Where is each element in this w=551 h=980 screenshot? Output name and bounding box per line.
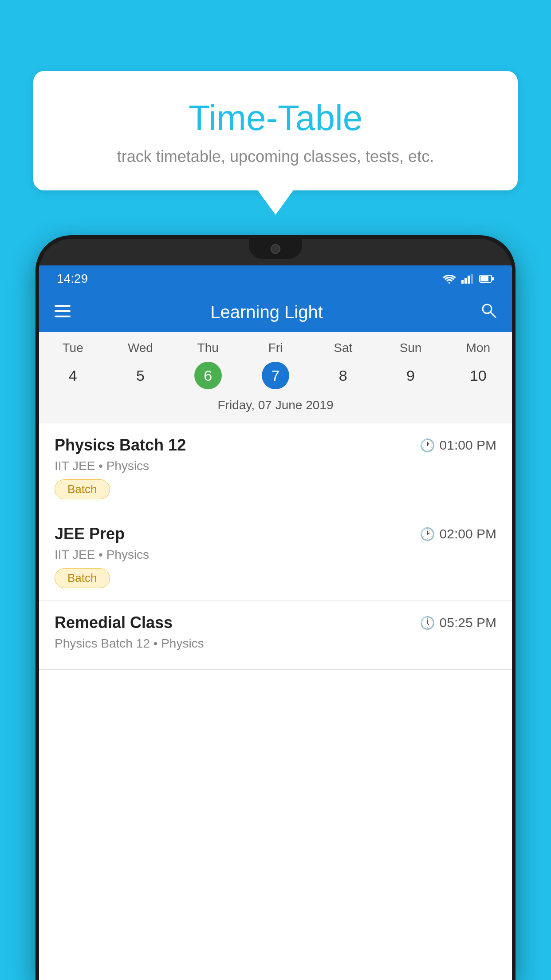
camera-icon	[271, 244, 280, 254]
schedule-container: Physics Batch 12 🕐 01:00 PM IIT JEE • Ph…	[39, 423, 512, 670]
phone-inner: 14:29	[39, 239, 512, 980]
calendar-strip: Tue Wed Thu Fri Sat Sun Mon 4 5 6	[39, 332, 512, 423]
day-header-fri: Fri	[242, 341, 309, 355]
schedule-item-2[interactable]: JEE Prep 🕑 02:00 PM IIT JEE • Physics Ba…	[39, 512, 512, 601]
day-header-sun: Sun	[377, 341, 444, 355]
day-circle-selected[interactable]: 7	[262, 362, 289, 389]
svg-rect-2	[464, 278, 467, 284]
day-number-7[interactable]: 7	[242, 362, 309, 389]
schedule-item-1-header: Physics Batch 12 🕐 01:00 PM	[55, 436, 496, 454]
schedule-title-2: JEE Prep	[55, 525, 125, 543]
svg-point-0	[449, 282, 450, 284]
phone-body: 14:29	[35, 235, 516, 980]
schedule-item-2-header: JEE Prep 🕑 02:00 PM	[55, 525, 496, 543]
app-title: Learning Light	[71, 302, 463, 322]
schedule-item-1[interactable]: Physics Batch 12 🕐 01:00 PM IIT JEE • Ph…	[39, 423, 512, 512]
phone-mockup: 14:29	[35, 235, 516, 980]
app-bar: Learning Light	[39, 292, 512, 332]
day-circle-today[interactable]: 6	[194, 362, 222, 389]
schedule-item-3-header: Remedial Class 🕔 05:25 PM	[55, 613, 496, 632]
hamburger-menu-icon[interactable]	[55, 304, 71, 320]
svg-rect-4	[471, 274, 473, 284]
svg-rect-8	[55, 305, 71, 307]
day-header-mon: Mon	[445, 341, 512, 355]
day-number-9[interactable]: 9	[377, 362, 444, 389]
day-header-thu: Thu	[174, 341, 242, 355]
svg-rect-10	[55, 316, 71, 317]
battery-icon	[479, 275, 494, 283]
batch-tag-2: Batch	[55, 568, 110, 588]
svg-rect-9	[55, 310, 71, 312]
schedule-subtitle-1: IIT JEE • Physics	[55, 459, 496, 473]
schedule-subtitle-3: Physics Batch 12 • Physics	[55, 636, 496, 651]
clock-icon-1: 🕐	[420, 438, 435, 453]
day-number-10[interactable]: 10	[445, 362, 512, 389]
clock-icon-3: 🕔	[420, 616, 435, 630]
batch-tag-1: Batch	[55, 479, 110, 499]
day-number-8[interactable]: 8	[309, 362, 377, 389]
selected-date-label: Friday, 07 June 2019	[39, 396, 512, 417]
status-bar: 14:29	[39, 265, 512, 292]
wifi-icon	[443, 274, 456, 284]
speech-bubble-subtitle: track timetable, upcoming classes, tests…	[51, 147, 500, 166]
speech-bubble-container: Time-Table track timetable, upcoming cla…	[33, 71, 518, 215]
schedule-time-1: 🕐 01:00 PM	[420, 438, 496, 453]
schedule-title-3: Remedial Class	[55, 613, 173, 632]
day-number-6[interactable]: 6	[174, 362, 242, 389]
status-time: 14:29	[57, 272, 88, 286]
speech-bubble: Time-Table track timetable, upcoming cla…	[33, 71, 518, 190]
phone-notch	[249, 239, 302, 259]
svg-rect-1	[461, 280, 464, 284]
svg-rect-6	[480, 276, 488, 281]
day-numbers: 4 5 6 7 8 9 10	[39, 362, 512, 389]
speech-bubble-tail	[258, 190, 293, 215]
phone-screen: 14:29	[39, 265, 512, 980]
clock-icon-2: 🕑	[420, 527, 435, 541]
signal-icon	[461, 274, 474, 284]
schedule-title-1: Physics Batch 12	[55, 436, 186, 454]
search-icon[interactable]	[480, 302, 496, 322]
svg-rect-3	[468, 276, 470, 284]
svg-rect-7	[492, 277, 494, 281]
day-headers: Tue Wed Thu Fri Sat Sun Mon	[39, 341, 512, 355]
status-icons	[443, 274, 494, 284]
speech-bubble-title: Time-Table	[51, 98, 500, 138]
schedule-item-3[interactable]: Remedial Class 🕔 05:25 PM Physics Batch …	[39, 601, 512, 670]
day-number-5[interactable]: 5	[106, 362, 174, 389]
day-header-wed: Wed	[106, 341, 174, 355]
schedule-time-2: 🕑 02:00 PM	[420, 526, 496, 541]
schedule-subtitle-2: IIT JEE • Physics	[55, 548, 496, 562]
day-header-sat: Sat	[309, 341, 377, 355]
schedule-time-3: 🕔 05:25 PM	[420, 615, 496, 630]
day-number-4[interactable]: 4	[39, 362, 106, 389]
day-header-tue: Tue	[39, 341, 106, 355]
svg-line-12	[491, 312, 496, 317]
